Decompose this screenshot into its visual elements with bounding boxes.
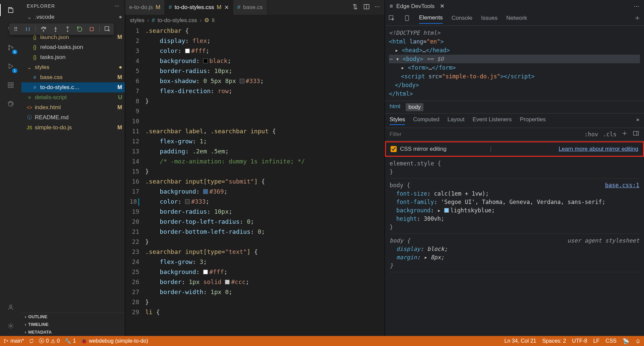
pause-icon[interactable] [23, 25, 32, 33]
step-over-icon[interactable] [39, 25, 48, 33]
svg-rect-3 [90, 27, 93, 31]
step-into-icon[interactable] [51, 25, 60, 33]
account-icon[interactable] [5, 301, 17, 313]
compare-icon[interactable] [352, 3, 358, 11]
folder-styles[interactable]: ⌄styles● [21, 62, 125, 72]
close-icon[interactable]: ✕ [224, 4, 229, 11]
restart-icon[interactable] [75, 25, 84, 33]
svg-rect-19 [405, 16, 409, 21]
debug-activity[interactable]: 1 [5, 60, 17, 72]
feedback-icon[interactable]: 📡 [623, 338, 629, 344]
svg-point-15 [10, 305, 12, 307]
css-mirror-checkbox[interactable] [391, 146, 397, 152]
styles-filter-input[interactable] [390, 131, 580, 137]
section-outline[interactable]: ›OUTLINE [21, 313, 125, 321]
split-icon[interactable] [363, 3, 370, 11]
file-readme[interactable]: ⓘREADME.md [21, 113, 125, 123]
tab-todo-styles-css[interactable]: #to-do-styles.cssM✕ [165, 0, 233, 15]
svg-rect-20 [634, 131, 639, 135]
ports-status[interactable]: 🔧 1 [65, 338, 76, 344]
language-status[interactable]: CSS [606, 338, 617, 344]
code-editor[interactable]: 1234567891011121314151617181920212223242… [125, 26, 385, 336]
file-reload[interactable]: {}reload-tasks.json [21, 42, 125, 52]
status-bar: main* ⓧ 0 ⚠ 0 🔧 1 🐞 webdebug (simple-to-… [0, 336, 644, 346]
more-icon[interactable]: ⋯ [634, 3, 639, 10]
file-tasks[interactable]: {}tasks.json [21, 52, 125, 62]
css-mirror-editing-box: CSS mirror editing | Learn more about mi… [385, 141, 644, 157]
svg-point-2 [67, 31, 68, 32]
svg-point-0 [43, 30, 44, 31]
panel-icon[interactable] [633, 130, 639, 138]
tab-styles[interactable]: Styles [390, 116, 405, 125]
tab-properties[interactable]: Properties [520, 116, 546, 125]
step-out-icon[interactable] [63, 25, 72, 33]
inspect-icon[interactable] [103, 25, 112, 33]
debug-status[interactable]: 🐞 webdebug (simple-to-do) [81, 338, 148, 344]
dom-breadcrumb[interactable]: html body [385, 101, 644, 114]
tab-issues[interactable]: Issues [481, 15, 497, 23]
scm-activity[interactable]: 6 [5, 42, 17, 54]
sync-status[interactable] [29, 338, 34, 344]
dom-tree[interactable]: <!DOCTYPE html> <html lang="en"> ▸ <head… [385, 26, 644, 101]
tab-computed[interactable]: Computed [413, 116, 439, 125]
edge-activity[interactable] [5, 98, 17, 110]
hov-toggle[interactable]: :hov [584, 131, 598, 138]
svg-point-6 [8, 45, 10, 47]
eol-status[interactable]: LF [593, 338, 599, 344]
breadcrumb[interactable]: styles› #to-do-styles.css› ⚙li [125, 15, 385, 26]
tab-network[interactable]: Network [506, 15, 527, 23]
stop-icon[interactable] [87, 25, 96, 33]
file-simplejs[interactable]: JSsimple-to-do.jsM [21, 123, 125, 133]
styles-rules[interactable]: element.style { } body {base.css:1 font-… [385, 157, 644, 277]
branch-status[interactable]: main* [3, 338, 24, 344]
bell-icon[interactable] [635, 338, 641, 344]
svg-rect-12 [11, 86, 13, 88]
tab-bar: e-to-do.jsM #to-do-styles.cssM✕ #base.cs… [125, 0, 385, 15]
extensions-activity[interactable] [5, 79, 17, 91]
file-basecss[interactable]: #base.cssM [21, 72, 125, 82]
tab-layout[interactable]: Layout [448, 116, 465, 125]
cursor-position[interactable]: Ln 34, Col 21 [504, 338, 536, 344]
file-details[interactable]: ≡details-scriptU [21, 92, 125, 102]
debug-badge: 1 [12, 68, 17, 73]
tab-base-css[interactable]: #base.cs [233, 0, 267, 15]
editor-group: e-to-do.jsM #to-do-styles.cssM✕ #base.cs… [125, 0, 385, 336]
devtools-menu-icon[interactable]: ≡ [390, 3, 393, 10]
drag-handle-icon[interactable]: ⠿ [11, 25, 20, 33]
svg-rect-10 [8, 83, 10, 85]
file-index[interactable]: <>index.htmlM [21, 102, 125, 113]
chevron-right-icon[interactable]: » [636, 116, 639, 125]
scm-badge: 6 [12, 50, 17, 54]
gear-icon[interactable] [5, 320, 17, 332]
inspect-element-icon[interactable] [388, 15, 395, 23]
debug-toolbar[interactable]: ⠿ [9, 23, 114, 35]
encoding-status[interactable]: UTF-8 [572, 338, 587, 344]
activity-bar: 6 1 [0, 0, 21, 336]
tab-console[interactable]: Console [452, 15, 472, 23]
plus-icon[interactable] [634, 15, 641, 23]
source-link[interactable]: base.css:1 [605, 181, 639, 190]
close-icon[interactable]: ✕ [440, 3, 445, 10]
more-icon[interactable]: ⋯ [114, 3, 119, 9]
css-mirror-link[interactable]: Learn more about mirror editing [559, 146, 638, 152]
section-timeline[interactable]: ›TIMELINE [21, 321, 125, 328]
plus-icon[interactable] [621, 130, 628, 138]
file-todostyles[interactable]: #to-do-styles.c…M [21, 82, 125, 92]
tab-elements[interactable]: Elements [419, 14, 443, 24]
devtools-title: Edge DevTools [396, 3, 434, 10]
more-icon[interactable]: ⋯ [375, 3, 380, 11]
section-metadata[interactable]: ›METADATA [21, 328, 125, 336]
svg-rect-11 [8, 86, 10, 88]
problems-status[interactable]: ⓧ 0 ⚠ 0 [39, 338, 60, 345]
device-icon[interactable] [404, 15, 410, 23]
indentation-status[interactable]: Spaces: 2 [542, 338, 566, 344]
cls-toggle[interactable]: .cls [603, 131, 617, 138]
tab-listeners[interactable]: Event Listeners [473, 116, 512, 125]
tab-simple-todo-js[interactable]: e-to-do.jsM [125, 0, 165, 15]
css-mirror-label: CSS mirror editing [400, 146, 447, 152]
explorer-title: EXPLORER [27, 3, 55, 9]
svg-rect-13 [11, 83, 13, 85]
devtools-panel: ≡ Edge DevTools ✕ ⋯ Elements Console Iss… [385, 0, 644, 336]
folder-vscode[interactable]: ⌄.vscode● [21, 12, 125, 22]
explorer-activity[interactable] [5, 4, 17, 16]
